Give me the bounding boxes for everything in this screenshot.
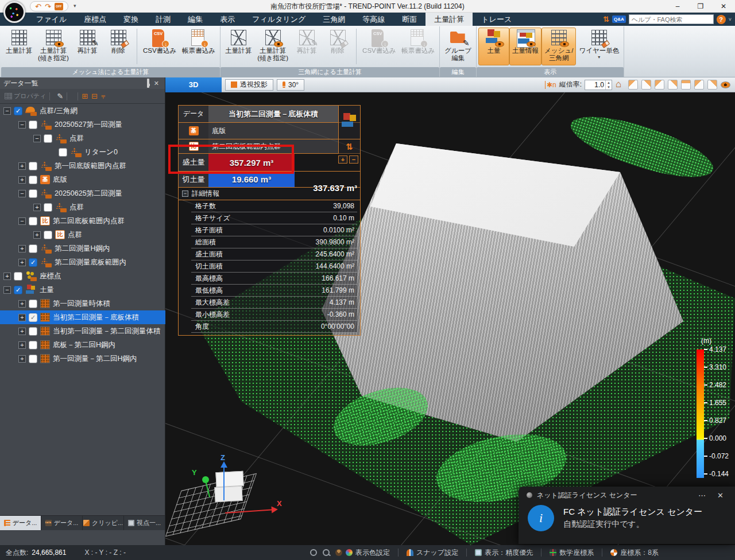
tree-item[interactable]: +第一回底版範囲内点群 [0, 159, 165, 173]
view-cube-alt-icon[interactable] [641, 80, 651, 90]
tree-item[interactable]: +比点群 [0, 228, 165, 242]
user-tool-icon[interactable] [335, 549, 342, 556]
tree-view-icon[interactable]: ⫧ [101, 92, 105, 100]
ribbon-button-show-volume-info[interactable]: 土量情報 [509, 28, 541, 65]
panel-tab-2[interactable]: クリッピ... [83, 516, 124, 530]
ribbon-tab-ファイル[interactable]: ファイル [28, 13, 75, 26]
ribbon-button-group-edit[interactable]: ✎グループ 編集 [442, 28, 474, 65]
visibility-checkbox[interactable] [14, 107, 22, 115]
ribbon-tab-座標点[interactable]: 座標点 [75, 13, 115, 26]
status-coordinate-system[interactable]: 座標系：8系 [607, 548, 662, 558]
panel-zoom-out-button[interactable]: − [349, 155, 358, 164]
pin-icon[interactable] [145, 80, 152, 87]
perspective-button[interactable]: 透視投影 [225, 79, 273, 91]
status-math-coordinate-system[interactable]: 数学座標系 [546, 548, 597, 558]
visibility-checkbox[interactable] [29, 217, 37, 225]
minimize-button[interactable]: – [666, 0, 689, 13]
visibility-checkbox[interactable] [29, 327, 37, 336]
close-button[interactable]: ✕ [712, 0, 735, 13]
visibility-checkbox[interactable] [44, 203, 52, 212]
panel-tab-1[interactable]: データ... [41, 516, 83, 530]
ribbon-tab-フィルタリング[interactable]: フィルタリング [243, 13, 314, 26]
expander-icon[interactable]: + [18, 259, 26, 266]
expander-icon[interactable]: + [18, 341, 26, 349]
ribbon-button-mesh-csv-write[interactable]: ↓CSV書込み [140, 28, 179, 65]
updown-icon[interactable]: ⇅ [603, 15, 609, 24]
tree-item[interactable]: +第二回測量底板範囲内 [0, 255, 165, 269]
help-caret-icon[interactable]: ˅ [729, 17, 732, 22]
visibility-checkbox[interactable] [29, 300, 37, 308]
expander-icon[interactable]: − [33, 135, 41, 142]
tree-item[interactable]: −点群/三角網 [0, 104, 165, 118]
visibility-checkbox[interactable] [44, 231, 52, 239]
status-display-color-settings[interactable]: 表示色設定 [342, 548, 393, 558]
visibility-checkbox[interactable] [29, 258, 37, 267]
ribbon-tab-三角網[interactable]: 三角網 [314, 13, 354, 26]
magnifier-tool-icon[interactable] [323, 549, 330, 556]
visibility-checkbox[interactable] [29, 176, 37, 184]
status-snap-settings[interactable]: スナップ設定 [403, 548, 462, 558]
tree-item[interactable]: −リターン0 [0, 145, 165, 159]
expander-icon[interactable]: + [18, 355, 26, 363]
details-collapse-icon[interactable]: − [182, 190, 188, 197]
visibility-checkbox[interactable] [29, 341, 37, 349]
ribbon-button-show-mesh-tin[interactable]: メッシュ/ 三角網 [541, 28, 576, 65]
expander-icon[interactable]: − [18, 121, 26, 129]
tree-item[interactable]: +基底版 [0, 173, 165, 186]
tree-item[interactable]: +第一回測量時体積 [0, 297, 165, 310]
expander-icon[interactable]: − [18, 217, 26, 225]
view-cube-icon[interactable] [655, 80, 664, 90]
tree-item[interactable]: −点群 [0, 131, 165, 145]
expand-all-icon[interactable]: ⊞ [82, 92, 88, 100]
swap-surfaces-icon[interactable]: ⇅ [339, 139, 360, 154]
tree-item[interactable]: +第二回測量H鋼内 [0, 242, 165, 255]
view-cube-icon[interactable] [694, 80, 704, 90]
expander-icon[interactable]: + [18, 328, 26, 335]
tree-item[interactable]: −比第二回底板範囲内点群 [0, 214, 165, 228]
app-icon[interactable] [3, 1, 25, 23]
visibility-checkbox[interactable] [29, 313, 37, 322]
tree-item[interactable]: +底板－第二回H鋼内 [0, 338, 165, 352]
expander-icon[interactable]: + [18, 162, 26, 170]
expander-icon[interactable]: + [33, 231, 41, 239]
vertical-scale-stepper[interactable]: 1.0 ▲▼ [585, 80, 612, 90]
panel-tab-0[interactable]: データ... [0, 516, 41, 530]
panel-close-icon[interactable]: ✕ [152, 80, 161, 87]
collapse-all-icon[interactable]: ⊟ [91, 92, 98, 100]
expander-icon[interactable]: + [18, 245, 26, 252]
ribbon-tab-等高線[interactable]: 等高線 [354, 13, 393, 26]
ribbon-button-mesh-delete[interactable]: 削除 [103, 28, 134, 65]
qa-icon[interactable]: Q&A [612, 15, 626, 23]
ribbon-button-show-volume[interactable]: 土量 [478, 28, 509, 65]
panel-tab-3[interactable]: 視点一... [124, 516, 165, 530]
visibility-checkbox[interactable] [29, 244, 37, 253]
visibility-checkbox[interactable] [59, 148, 67, 157]
visibility-checkbox[interactable] [29, 162, 37, 170]
view-cube-alt-icon[interactable] [707, 80, 717, 90]
expander-icon[interactable]: + [18, 314, 26, 321]
pen-icon[interactable]: ✎ [57, 92, 63, 100]
expander-icon[interactable]: + [3, 273, 11, 280]
visibility-checkbox[interactable] [44, 134, 52, 143]
toast-more-icon[interactable]: ⋯ [695, 491, 709, 500]
expander-icon[interactable]: − [3, 107, 11, 115]
ribbon-button-tin-volume-calc[interactable]: 土量計算 [222, 28, 254, 65]
target-tool-icon[interactable] [310, 549, 317, 556]
ribbon-button-mesh-volume-calc[interactable]: 土量計算 [3, 28, 35, 65]
vertical-scale-spin-buttons[interactable]: ▲▼ [605, 80, 612, 90]
toast-close-icon[interactable]: ✕ [714, 491, 727, 500]
ribbon-button-mesh-recalc[interactable]: ✎再計算 [72, 28, 103, 65]
help-button[interactable]: ? [717, 15, 726, 24]
visibility-checkbox[interactable] [29, 355, 37, 363]
view-cube-icon[interactable] [628, 80, 638, 90]
tree-item[interactable]: +点群 [0, 200, 165, 214]
help-faq-search-input[interactable] [629, 14, 714, 24]
expander-icon[interactable]: − [18, 190, 26, 197]
expander-icon[interactable]: − [3, 286, 11, 294]
ribbon-tab-トレース[interactable]: トレース [473, 13, 520, 26]
visibility-checkbox[interactable] [29, 189, 37, 198]
ribbon-tab-変換[interactable]: 変換 [115, 13, 147, 26]
angle-button[interactable]: 30° [277, 79, 304, 91]
visibility-checkbox[interactable] [14, 286, 22, 294]
ribbon-button-mesh-report-write[interactable]: ↓帳票書込み [179, 28, 218, 65]
